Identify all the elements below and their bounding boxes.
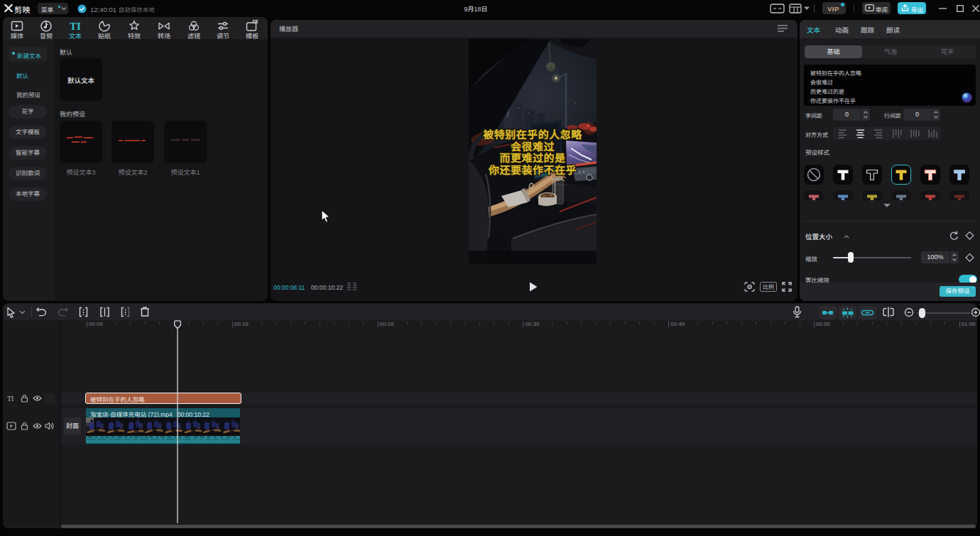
svg-text:被特别在乎的人忽略: 被特别在乎的人忽略 [482,128,582,141]
svg-text:而更难过的是: 而更难过的是 [499,152,566,164]
svg-text:你还要装作不在乎: 你还要装作不在乎 [488,164,577,176]
svg-text:会很难过: 会很难过 [510,141,555,153]
svg-text:TI: TI [70,21,81,32]
